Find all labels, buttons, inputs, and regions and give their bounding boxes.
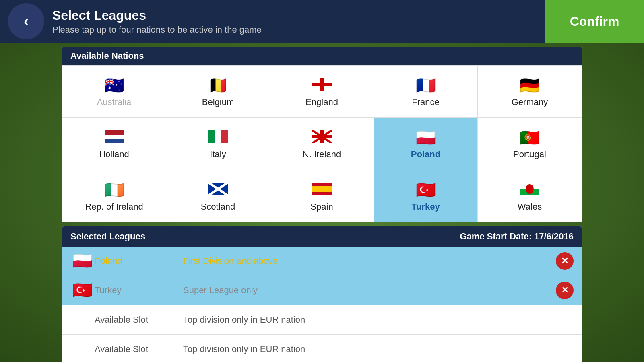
svg-rect-4 — [105, 135, 124, 139]
nation-name-nireland: N. Ireland — [303, 149, 341, 160]
nation-cell-scotland[interactable]: Scotland — [166, 170, 270, 222]
league-detail-turkey: Super League only — [183, 285, 556, 296]
nations-grid: 🇦🇺Australia🇧🇪BelgiumEngland🇫🇷France🇩🇪Ger… — [62, 65, 582, 222]
nation-cell-repireland[interactable]: 🇮🇪Rep. of Ireland — [62, 170, 166, 222]
remove-button-turkey[interactable]: ✕ — [556, 282, 574, 299]
nation-cell-france[interactable]: 🇫🇷France — [374, 66, 478, 118]
nation-name-australia: Australia — [97, 97, 132, 107]
league-name-poland: Poland — [95, 256, 183, 266]
flag-portugal: 🇵🇹 — [520, 128, 540, 146]
flag-australia: 🇦🇺 — [104, 76, 124, 94]
nation-name-holland: Holland — [99, 149, 129, 160]
back-icon: ‹ — [24, 13, 29, 30]
nation-cell-holland[interactable]: Holland — [62, 118, 166, 170]
flag-germany: 🇩🇪 — [520, 76, 540, 94]
flag-nireland — [312, 128, 332, 146]
svg-rect-2 — [312, 83, 332, 86]
league-name-turkey: Turkey — [95, 285, 183, 296]
remove-button-poland[interactable]: ✕ — [556, 252, 574, 270]
nation-name-france: France — [412, 97, 439, 107]
nation-cell-spain[interactable]: Spain — [270, 170, 374, 222]
flag-spain — [312, 181, 332, 198]
svg-rect-13 — [312, 135, 332, 138]
nation-cell-australia[interactable]: 🇦🇺Australia — [62, 66, 166, 118]
league-row-turkey: 🇹🇷TurkeySuper League only✕ — [62, 276, 582, 305]
nation-cell-poland[interactable]: 🇵🇱Poland — [374, 118, 478, 170]
selected-leagues-label: Selected Leagues — [70, 231, 145, 242]
flag-italy — [208, 128, 228, 146]
nation-cell-portugal[interactable]: 🇵🇹Portugal — [478, 118, 582, 170]
svg-rect-5 — [105, 139, 124, 143]
nation-name-england: England — [305, 97, 338, 107]
svg-rect-6 — [208, 130, 215, 143]
selected-leagues-section: Selected Leagues Game Start Date: 17/6/2… — [62, 226, 582, 362]
nation-cell-turkey[interactable]: 🇹🇷Turkey — [374, 170, 478, 222]
back-button[interactable]: ‹ — [8, 3, 44, 39]
flag-scotland — [208, 181, 228, 198]
nation-cell-nireland[interactable]: N. Ireland — [270, 118, 374, 170]
leagues-header: Selected Leagues Game Start Date: 17/6/2… — [62, 226, 582, 247]
league-name-slot2: Available Slot — [95, 344, 183, 354]
nation-name-belgium: Belgium — [202, 97, 234, 107]
flag-england — [312, 76, 332, 94]
nation-cell-belgium[interactable]: 🇧🇪Belgium — [166, 66, 270, 118]
nation-name-poland: Poland — [411, 149, 440, 160]
nation-cell-germany[interactable]: 🇩🇪Germany — [478, 66, 582, 118]
league-flag-turkey: 🇹🇷 — [70, 282, 95, 299]
league-name-slot1: Available Slot — [95, 315, 183, 325]
nation-name-turkey: Turkey — [411, 202, 440, 212]
league-detail-slot2: Top division only in EUR nation — [183, 344, 556, 354]
page-subtitle: Please tap up to four nations to be acti… — [52, 25, 545, 35]
svg-rect-8 — [221, 130, 228, 143]
flag-france: 🇫🇷 — [416, 76, 436, 94]
flag-repireland: 🇮🇪 — [104, 181, 124, 198]
league-row-slot1: Available SlotTop division only in EUR n… — [62, 305, 582, 335]
header: ‹ Select Leagues Please tap up to four n… — [0, 0, 644, 43]
svg-rect-7 — [215, 130, 221, 143]
nation-cell-england[interactable]: England — [270, 66, 374, 118]
header-text: Select Leagues Please tap up to four nat… — [52, 8, 545, 35]
flag-poland: 🇵🇱 — [416, 128, 436, 146]
nation-name-germany: Germany — [512, 97, 548, 107]
game-start-date: Game Start Date: 17/6/2016 — [460, 231, 574, 242]
league-row-slot2: Available SlotTop division only in EUR n… — [62, 335, 582, 362]
svg-rect-18 — [312, 186, 332, 192]
flag-belgium: 🇧🇪 — [208, 76, 228, 94]
flag-holland — [105, 128, 124, 146]
nation-cell-wales[interactable]: Wales — [478, 170, 582, 222]
league-detail-poland: First Division and above — [183, 256, 556, 266]
league-detail-slot1: Top division only in EUR nation — [183, 315, 556, 325]
remove-placeholder-slot1 — [556, 311, 574, 329]
confirm-button[interactable]: Confirm — [545, 0, 644, 43]
nation-name-spain: Spain — [310, 202, 333, 212]
nation-name-scotland: Scotland — [201, 202, 235, 212]
league-flag-poland: 🇵🇱 — [70, 253, 95, 269]
available-nations-section: Available Nations 🇦🇺Australia🇧🇪BelgiumEn… — [62, 47, 582, 222]
nation-name-portugal: Portugal — [513, 149, 546, 160]
nation-name-italy: Italy — [210, 149, 226, 160]
nation-name-repireland: Rep. of Ireland — [85, 202, 143, 212]
svg-rect-3 — [105, 130, 124, 135]
nation-name-wales: Wales — [518, 202, 542, 212]
league-row-poland: 🇵🇱PolandFirst Division and above✕ — [62, 247, 582, 276]
page-title: Select Leagues — [52, 8, 545, 23]
available-nations-header: Available Nations — [62, 47, 582, 65]
flag-wales — [520, 181, 539, 198]
leagues-list: 🇵🇱PolandFirst Division and above✕🇹🇷Turke… — [62, 247, 582, 362]
flag-turkey: 🇹🇷 — [416, 181, 436, 198]
svg-point-22 — [527, 186, 532, 192]
remove-placeholder-slot2 — [556, 340, 574, 358]
nation-cell-italy[interactable]: Italy — [166, 118, 270, 170]
